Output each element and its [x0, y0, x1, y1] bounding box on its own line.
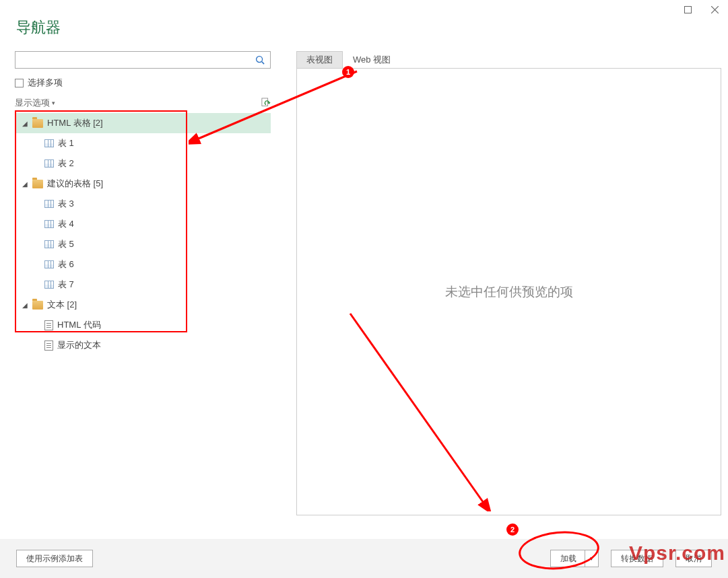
caret-icon: ◢	[22, 120, 28, 127]
annotation-marker-1: 1	[342, 66, 354, 78]
tree-folder-html-tables[interactable]: ◢ HTML 表格 [2]	[15, 113, 271, 133]
folder-icon	[32, 119, 43, 128]
table-icon	[44, 139, 54, 147]
tree-item-doc[interactable]: 显示的文本	[15, 335, 271, 355]
tab-web-view[interactable]: Web 视图	[343, 51, 401, 69]
watermark-text: Vpsr.com	[629, 542, 725, 565]
tree-folder-text[interactable]: ◢ 文本 [2]	[15, 295, 271, 315]
table-icon	[44, 159, 54, 168]
svg-rect-0	[684, 6, 691, 13]
folder-icon	[32, 301, 43, 310]
tree-item-table[interactable]: 表 3	[15, 194, 271, 214]
preview-empty-text: 未选中任何供预览的项	[445, 283, 573, 301]
search-icon	[255, 55, 265, 65]
search-button[interactable]	[250, 52, 270, 68]
caret-icon: ◢	[22, 301, 28, 309]
tree-folder-suggested-tables[interactable]: ◢ 建议的表格 [5]	[15, 174, 271, 194]
close-icon[interactable]	[701, 0, 728, 19]
navigation-tree: ◢ HTML 表格 [2] 表 1 表 2 ◢ 建议的表格 [5] 表 3 表 …	[15, 113, 271, 355]
tree-item-table[interactable]: 表 5	[15, 234, 271, 254]
tree-item-table[interactable]: 表 6	[15, 254, 271, 275]
document-icon	[44, 320, 53, 330]
table-icon	[44, 260, 54, 268]
preview-area: 未选中任何供预览的项	[296, 68, 721, 515]
restore-icon[interactable]	[674, 0, 701, 19]
tree-item-table[interactable]: 表 4	[15, 214, 271, 234]
table-icon	[44, 220, 54, 228]
footer: 使用示例添加表 加载 ▾ 转换数据 取消	[0, 539, 728, 578]
dialog-title: 导航器	[16, 17, 61, 38]
tree-item-table[interactable]: 表 7	[15, 275, 271, 295]
svg-point-1	[256, 56, 262, 62]
document-icon	[44, 340, 53, 351]
table-icon	[44, 200, 54, 208]
search-input[interactable]	[15, 52, 250, 68]
display-options-dropdown[interactable]: 显示选项 ▾	[15, 97, 55, 109]
select-multiple-label: 选择多项	[28, 77, 63, 89]
folder-icon	[32, 180, 43, 188]
search-box	[15, 51, 271, 69]
add-table-by-example-button[interactable]: 使用示例添加表	[16, 550, 93, 567]
tree-item-table[interactable]: 表 2	[15, 153, 271, 174]
tab-table-view[interactable]: 表视图	[296, 51, 343, 69]
chevron-down-icon: ▾	[590, 555, 593, 562]
table-icon	[44, 281, 54, 289]
tree-item-doc[interactable]: HTML 代码	[15, 315, 271, 335]
select-multiple-checkbox[interactable]	[15, 79, 24, 87]
caret-icon: ◢	[22, 180, 28, 188]
load-dropdown[interactable]: ▾	[585, 550, 598, 567]
chevron-down-icon: ▾	[52, 100, 55, 106]
refresh-button[interactable]	[261, 98, 271, 108]
table-icon	[44, 240, 54, 248]
load-button[interactable]: 加载 ▾	[550, 550, 599, 567]
annotation-marker-2: 2	[506, 523, 519, 536]
tree-item-table[interactable]: 表 1	[15, 133, 271, 153]
svg-line-2	[261, 61, 264, 64]
